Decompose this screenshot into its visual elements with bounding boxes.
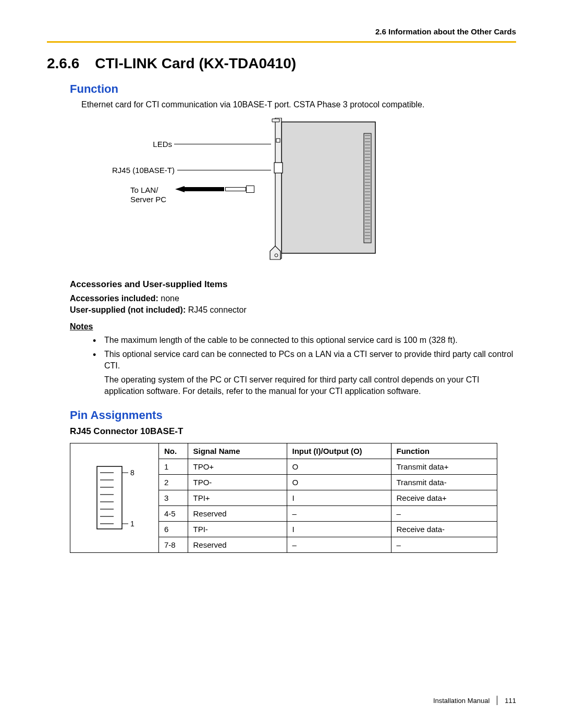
footer: Installation Manual 111 xyxy=(433,696,516,705)
col-io: Input (I)/Output (O) xyxy=(287,443,391,459)
accessories-included-label: Accessories included: xyxy=(70,294,158,303)
card-body-icon xyxy=(261,118,381,264)
table-cell: 7-8 xyxy=(159,537,188,552)
table-cell: I xyxy=(287,521,391,537)
table-cell: TPO+ xyxy=(188,459,287,474)
header-rule xyxy=(47,41,516,43)
callout-line-rj45 xyxy=(177,170,271,170)
table-cell: – xyxy=(391,537,497,552)
table-header-row: No. Signal Name Input (I)/Output (O) Fun… xyxy=(159,443,497,459)
table-cell: Receive data- xyxy=(391,521,497,537)
table-row: 6TPI-IReceive data- xyxy=(159,521,497,537)
pin-table-wrap: No. Signal Name Input (I)/Output (O) Fun… xyxy=(159,443,497,552)
notes-label: Notes xyxy=(70,322,516,331)
svg-point-39 xyxy=(275,254,278,257)
table-row: 4-5Reserved–– xyxy=(159,505,497,521)
footer-divider-icon xyxy=(497,696,497,705)
pin-label-1: 1 xyxy=(130,520,134,528)
note-item: This optional service card can be connec… xyxy=(93,349,516,371)
pin-assignments-heading: Pin Assignments xyxy=(70,409,516,422)
accessories-included-value: none xyxy=(161,294,179,303)
arrow-to-lan-icon xyxy=(175,186,185,192)
table-cell: TPO- xyxy=(188,474,287,490)
callout-line-leds xyxy=(174,144,271,144)
col-signal: Signal Name xyxy=(188,443,287,459)
table-cell: – xyxy=(391,505,497,521)
accessories-included: Accessories included: none xyxy=(70,294,516,303)
user-supplied-value: RJ45 connector xyxy=(188,305,247,314)
function-text: Ethernet card for CTI communication via … xyxy=(81,99,516,110)
table-cell: Reserved xyxy=(188,537,287,552)
pin-assignment-block: 8 1 No. Signal Name Input (I)/Output (O)… xyxy=(70,443,497,553)
user-supplied: User-supplied (not included): RJ45 conne… xyxy=(70,305,516,315)
note-sub-text: The operating system of the PC or CTI se… xyxy=(104,374,516,397)
col-no: No. xyxy=(159,443,188,459)
accessories-heading: Accessories and User-supplied Items xyxy=(70,279,516,290)
table-cell: Receive data+ xyxy=(391,490,497,505)
section-number: 2.6.6 xyxy=(47,55,79,72)
function-heading: Function xyxy=(70,82,516,96)
table-cell: TPI+ xyxy=(188,490,287,505)
notes-list: The maximum length of the cable to be co… xyxy=(93,335,516,372)
callout-leds: LEDs xyxy=(130,140,172,149)
callout-to-lan: To LAN/ xyxy=(130,186,172,194)
svg-rect-37 xyxy=(276,139,280,142)
table-cell: – xyxy=(287,537,391,552)
user-supplied-label: User-supplied (not included): xyxy=(70,305,186,314)
svg-rect-38 xyxy=(274,163,283,173)
section-title: 2.6.6CTI-LINK Card (KX-TDA0410) xyxy=(47,55,516,72)
table-cell: Transmit data- xyxy=(391,474,497,490)
page: 2.6 Information about the Other Cards 2.… xyxy=(0,0,563,728)
table-cell: 6 xyxy=(159,521,188,537)
table-cell: – xyxy=(287,505,391,521)
table-row: 1TPO+OTransmit data+ xyxy=(159,459,497,474)
table-cell: Transmit data+ xyxy=(391,459,497,474)
pin-subheading: RJ45 Connector 10BASE-T xyxy=(70,426,516,437)
arrow-shaft xyxy=(185,187,224,191)
rj45-plug-icon xyxy=(225,186,256,193)
table-cell: 3 xyxy=(159,490,188,505)
header-right: 2.6 Information about the Other Cards xyxy=(47,27,516,41)
table-cell: I xyxy=(287,490,391,505)
table-cell: Reserved xyxy=(188,505,287,521)
svg-rect-0 xyxy=(282,122,375,253)
table-row: 2TPO-OTransmit data- xyxy=(159,474,497,490)
table-cell: 4-5 xyxy=(159,505,188,521)
table-row: 3TPI+IReceive data+ xyxy=(159,490,497,505)
callout-server-pc: Server PC xyxy=(130,195,177,204)
pin-label-8: 8 xyxy=(130,468,134,477)
table-cell: TPI- xyxy=(188,521,287,537)
pin-table-body: 1TPO+OTransmit data+2TPO-OTransmit data-… xyxy=(159,459,497,552)
rj45-diagram-cell: 8 1 xyxy=(70,443,159,552)
svg-rect-40 xyxy=(97,466,122,529)
pin-table: No. Signal Name Input (I)/Output (O) Fun… xyxy=(159,443,497,552)
footer-page: 111 xyxy=(505,697,516,705)
card-figure: LEDs RJ45 (10BASE-T) To LAN/ Server PC xyxy=(109,118,381,269)
table-cell: O xyxy=(287,474,391,490)
col-function: Function xyxy=(391,443,497,459)
table-cell: O xyxy=(287,459,391,474)
section-title-text: CTI-LINK Card (KX-TDA0410) xyxy=(95,55,296,71)
table-row: 7-8Reserved–– xyxy=(159,537,497,552)
table-cell: 2 xyxy=(159,474,188,490)
callout-rj45: RJ45 (10BASE-T) xyxy=(94,166,175,175)
rj45-connector-icon: 8 1 xyxy=(83,461,146,534)
footer-book: Installation Manual xyxy=(433,697,489,705)
table-cell: 1 xyxy=(159,459,188,474)
note-item: The maximum length of the cable to be co… xyxy=(93,335,516,346)
